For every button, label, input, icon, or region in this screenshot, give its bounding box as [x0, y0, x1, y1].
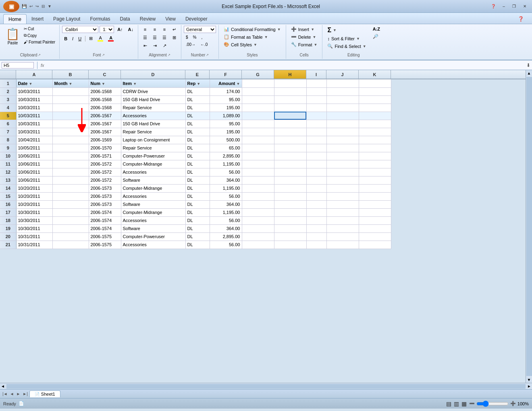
paste-button[interactable]: 📋 Paste: [4, 26, 21, 47]
cell-k9[interactable]: [359, 144, 391, 152]
find-replace-icon-btn[interactable]: 🔎: [370, 33, 382, 40]
cell-k1[interactable]: [359, 79, 391, 87]
row-header-17[interactable]: 17: [0, 208, 16, 216]
number-format-select[interactable]: General: [184, 26, 216, 33]
cell-b11[interactable]: [52, 160, 89, 168]
row-header-2[interactable]: 2: [0, 87, 16, 95]
cell-k5[interactable]: [359, 112, 391, 120]
cell-a16[interactable]: 10/20/2011: [16, 200, 52, 208]
page-break-view-btn[interactable]: ▦: [461, 401, 467, 407]
cell-e3[interactable]: DL: [185, 95, 210, 104]
cell-i11[interactable]: [306, 160, 326, 168]
cell-j15[interactable]: [326, 192, 359, 200]
row-header-11[interactable]: 11: [0, 160, 16, 168]
row-header-6[interactable]: 6: [0, 120, 16, 128]
col-header-f[interactable]: F: [210, 70, 242, 79]
decrease-indent-btn[interactable]: ⇤: [141, 42, 150, 49]
cell-j1[interactable]: [326, 79, 359, 87]
cell-d2[interactable]: CDRW Drive: [121, 87, 185, 95]
cell-k14[interactable]: [359, 184, 391, 192]
row-header-12[interactable]: 12: [0, 168, 16, 176]
cell-h20[interactable]: [274, 232, 306, 241]
cell-i10[interactable]: [306, 152, 326, 160]
font-name-select[interactable]: Calibri: [62, 26, 98, 33]
cell-b7[interactable]: [52, 128, 89, 136]
cell-f5[interactable]: 1,089.00: [210, 112, 242, 120]
row-header-18[interactable]: 18: [0, 216, 16, 224]
cell-g20[interactable]: [242, 232, 274, 241]
cell-h3[interactable]: [274, 95, 306, 104]
cell-c8[interactable]: 2006-1569: [89, 136, 121, 144]
normal-view-btn[interactable]: ▤: [446, 401, 451, 407]
cell-g1[interactable]: [242, 79, 274, 87]
cell-d10[interactable]: Computer-Poweruser: [121, 152, 185, 160]
cell-c3[interactable]: 2006-1568: [89, 95, 121, 104]
undo-quick-btn[interactable]: ↩: [29, 3, 33, 9]
cell-b18[interactable]: [52, 216, 89, 224]
cell-d18[interactable]: Accessories: [121, 216, 185, 224]
cell-i21[interactable]: [306, 241, 326, 249]
cell-j11[interactable]: [326, 160, 359, 168]
cell-g3[interactable]: [242, 95, 274, 104]
cell-f10[interactable]: 2,895.00: [210, 152, 242, 160]
copy-button[interactable]: ⧉ Copy: [22, 32, 57, 39]
row-header-1[interactable]: 1: [0, 79, 16, 87]
office-button[interactable]: ▣: [3, 1, 19, 12]
tab-insert[interactable]: Insert: [27, 14, 48, 24]
cell-g21[interactable]: [242, 241, 274, 249]
tab-home[interactable]: Home: [3, 14, 27, 24]
sheet-tab-sheet1[interactable]: 📄 Sheet1: [29, 390, 60, 397]
align-center-btn[interactable]: ☰: [150, 34, 159, 41]
cell-k20[interactable]: [359, 232, 391, 241]
cell-h10[interactable]: [274, 152, 306, 160]
scroll-thumb[interactable]: [526, 77, 532, 376]
cell-j4[interactable]: [326, 104, 359, 112]
cell-a10[interactable]: 10/06/2011: [16, 152, 52, 160]
cell-g15[interactable]: [242, 192, 274, 200]
col-header-c[interactable]: C: [89, 70, 121, 79]
cell-k21[interactable]: [359, 241, 391, 249]
cell-f8[interactable]: 500.00: [210, 136, 242, 144]
row-header-8[interactable]: 8: [0, 136, 16, 144]
vertical-scrollbar[interactable]: ▲ ▼: [526, 70, 532, 383]
row-header-9[interactable]: 9: [0, 144, 16, 152]
cell-g7[interactable]: [242, 128, 274, 136]
col-header-b[interactable]: B: [52, 70, 89, 79]
col-header-a[interactable]: A: [16, 70, 52, 79]
orientation-btn[interactable]: ↗: [160, 42, 169, 49]
cell-e19[interactable]: DL: [185, 224, 210, 232]
conditional-formatting-button[interactable]: 📊 Conditional Formatting ▼: [221, 26, 283, 33]
align-top-center-btn[interactable]: ≡: [150, 26, 159, 33]
cell-e8[interactable]: DL: [185, 136, 210, 144]
cell-a11[interactable]: 10/06/2011: [16, 160, 52, 168]
cell-a2[interactable]: 10/03/2011: [16, 87, 52, 95]
cell-c5[interactable]: 2006-1567: [89, 112, 121, 120]
cell-i5[interactable]: [306, 112, 326, 120]
tab-formulas[interactable]: Formulas: [85, 14, 115, 24]
align-top-left-btn[interactable]: ≡: [141, 26, 150, 33]
col-header-e[interactable]: E: [185, 70, 210, 79]
comma-btn[interactable]: ,: [200, 34, 205, 40]
cell-i9[interactable]: [306, 144, 326, 152]
underline-button[interactable]: U: [76, 35, 83, 42]
currency-btn[interactable]: $: [184, 34, 190, 40]
cell-f9[interactable]: 65.00: [210, 144, 242, 152]
cell-f2[interactable]: 174.00: [210, 87, 242, 95]
cell-k3[interactable]: [359, 95, 391, 104]
border-button[interactable]: ⊞: [87, 35, 95, 42]
save-quick-btn[interactable]: 💾: [21, 3, 27, 9]
row-header-13[interactable]: 13: [0, 176, 16, 184]
tab-help[interactable]: ❓: [513, 14, 529, 24]
scroll-h-thumb[interactable]: [6, 384, 526, 389]
formula-input[interactable]: [46, 63, 525, 68]
increase-decimal-btn[interactable]: .00→: [184, 42, 197, 48]
cell-j8[interactable]: [326, 136, 359, 144]
help-btn[interactable]: ❓: [489, 3, 497, 10]
sort-filter-button[interactable]: ↕ Sort & Filter ▼: [325, 35, 368, 42]
cell-h8[interactable]: [274, 136, 306, 144]
cell-h13[interactable]: [274, 176, 306, 184]
cell-h17[interactable]: [274, 208, 306, 216]
cell-h12[interactable]: [274, 168, 306, 176]
cell-k11[interactable]: [359, 160, 391, 168]
cell-a3[interactable]: 10/03/2011: [16, 95, 52, 104]
